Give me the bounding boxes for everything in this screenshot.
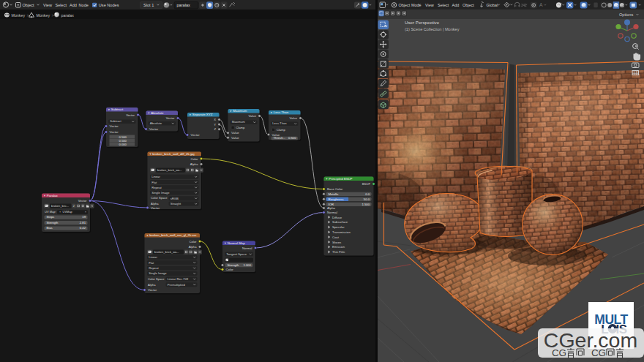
svg-text:0.0: 0.0 bbox=[365, 192, 370, 196]
svg-text:Alpha: Alpha bbox=[148, 283, 156, 287]
svg-text:Flat: Flat bbox=[149, 261, 154, 265]
svg-text:Vector: Vector bbox=[166, 116, 175, 120]
svg-text:UVMap: UVMap bbox=[63, 210, 73, 214]
svg-text:Transmission: Transmission bbox=[332, 230, 351, 234]
svg-text:Linear: Linear bbox=[149, 255, 157, 259]
svg-text:Node: Node bbox=[79, 3, 89, 7]
svg-text:Vector: Vector bbox=[191, 133, 201, 137]
svg-text:Specular: Specular bbox=[332, 225, 345, 229]
svg-text:Separate XYZ: Separate XYZ bbox=[192, 113, 213, 116]
svg-text:Single Image: Single Image bbox=[149, 271, 167, 275]
svg-text:Add: Add bbox=[452, 3, 460, 7]
svg-text:Thin Film: Thin Film bbox=[332, 250, 345, 254]
svg-text:Color Space: Color Space bbox=[151, 196, 168, 200]
svg-text:Select: Select bbox=[56, 3, 67, 7]
svg-text:Maximum: Maximum bbox=[232, 120, 246, 124]
svg-text:Metallic: Metallic bbox=[329, 192, 339, 196]
svg-text:Steps: Steps bbox=[47, 215, 55, 219]
svg-text:Clamp: Clamp bbox=[277, 128, 286, 132]
svg-text:50.0: 50.0 bbox=[364, 197, 370, 201]
svg-text:Emission: Emission bbox=[332, 245, 345, 249]
svg-text:Bias: Bias bbox=[47, 226, 53, 230]
svg-text:Monkey: Monkey bbox=[12, 13, 26, 18]
svg-text:CG: CG bbox=[591, 347, 606, 358]
svg-text:UV Map:: UV Map: bbox=[45, 210, 56, 214]
svg-text:Object: Object bbox=[463, 3, 474, 7]
svg-text:Roughness: Roughness bbox=[329, 197, 344, 201]
svg-text:Subtract: Subtract bbox=[110, 119, 121, 123]
svg-text:BSDF: BSDF bbox=[362, 182, 371, 186]
svg-text:Value: Value bbox=[231, 136, 239, 140]
svg-text:Maximum: Maximum bbox=[233, 109, 247, 113]
svg-text:1.500: 1.500 bbox=[362, 203, 370, 206]
svg-text:Principled BSDF: Principled BSDF bbox=[329, 177, 353, 181]
svg-text:Monkey: Monkey bbox=[37, 13, 50, 18]
svg-text:>: > bbox=[52, 13, 54, 18]
svg-text:Sheen: Sheen bbox=[332, 241, 342, 244]
svg-text:Vector: Vector bbox=[149, 127, 159, 131]
svg-text:Options: Options bbox=[619, 12, 633, 17]
svg-text:View: View bbox=[425, 3, 434, 7]
svg-text:IOR: IOR bbox=[329, 203, 334, 206]
svg-text:Color: Color bbox=[190, 157, 198, 161]
svg-text:Color: Color bbox=[226, 268, 234, 271]
svg-text:Z: Z bbox=[214, 127, 216, 131]
svg-text:Global: Global bbox=[487, 3, 498, 7]
svg-text:Absolute: Absolute bbox=[150, 121, 162, 125]
svg-text:Single Image: Single Image bbox=[151, 191, 170, 195]
svg-text:broken_bric...: broken_bric... bbox=[51, 204, 69, 208]
svg-text:Color Space: Color Space bbox=[148, 277, 165, 281]
svg-text:Flat: Flat bbox=[151, 181, 157, 184]
svg-text:Alpha: Alpha bbox=[151, 202, 159, 205]
svg-text:2.81: 2.81 bbox=[80, 221, 86, 225]
svg-text:Vector: Vector bbox=[78, 199, 87, 203]
svg-text:Vector: Vector bbox=[110, 124, 119, 128]
svg-text:Vector: Vector bbox=[148, 288, 157, 292]
svg-text:Linear: Linear bbox=[151, 175, 160, 178]
svg-text:Select: Select bbox=[438, 3, 449, 7]
svg-text:CG: CG bbox=[552, 347, 566, 358]
svg-text:0.500: 0.500 bbox=[288, 136, 296, 140]
svg-text:Repeat: Repeat bbox=[151, 186, 162, 189]
svg-text:Strength: Strength bbox=[228, 263, 240, 267]
svg-text:Alpha: Alpha bbox=[327, 206, 336, 210]
svg-text:Absolute: Absolute bbox=[151, 111, 164, 115]
svg-text:Less Than: Less Than bbox=[274, 110, 289, 114]
svg-text:Subtract: Subtract bbox=[111, 108, 124, 111]
svg-text:broken_brick_wall_diff_2k.jpg: broken_brick_wall_diff_2k.jpg bbox=[152, 152, 195, 156]
svg-text:Value: Value bbox=[249, 114, 257, 118]
svg-text:Clamp: Clamp bbox=[236, 126, 245, 129]
svg-text:Repeat: Repeat bbox=[149, 266, 159, 270]
svg-text:Alpha: Alpha bbox=[189, 245, 197, 249]
svg-text:2: 2 bbox=[73, 205, 75, 208]
svg-text:Less Than: Less Than bbox=[272, 121, 287, 125]
svg-text:Value: Value bbox=[290, 116, 298, 120]
svg-text:Object: Object bbox=[23, 3, 35, 7]
svg-text:Thresh...: Thresh... bbox=[274, 136, 286, 140]
svg-text:19: 19 bbox=[82, 215, 86, 219]
svg-text:X: X bbox=[214, 118, 216, 121]
svg-text:Vector: Vector bbox=[126, 113, 135, 117]
svg-text:Value: Value bbox=[231, 131, 239, 135]
svg-text:Color: Color bbox=[189, 240, 197, 244]
svg-text:0.42: 0.42 bbox=[80, 226, 86, 230]
svg-text:Diffuse: Diffuse bbox=[332, 216, 342, 219]
svg-text:Slot 1: Slot 1 bbox=[143, 3, 154, 7]
svg-text:Vector: Vector bbox=[151, 206, 160, 210]
svg-text:Object Mode: Object Mode bbox=[399, 3, 422, 7]
svg-text:User Perspective: User Perspective bbox=[405, 20, 440, 25]
svg-text:broken_brick_wa...: broken_brick_wa... bbox=[157, 168, 182, 172]
svg-text:Vector: Vector bbox=[110, 130, 119, 134]
svg-text:Normal: Normal bbox=[327, 211, 337, 214]
svg-text:0.000: 0.000 bbox=[119, 143, 127, 146]
svg-text:View: View bbox=[43, 3, 53, 7]
svg-text:Premultiplied: Premultiplied bbox=[168, 283, 186, 287]
svg-text:Add: Add bbox=[70, 3, 77, 7]
svg-text:Normal Map: Normal Map bbox=[228, 241, 245, 245]
svg-text:Tangent Space: Tangent Space bbox=[226, 252, 247, 256]
svg-text:Normal: Normal bbox=[242, 246, 252, 250]
svg-text:Paralax: Paralax bbox=[47, 194, 59, 197]
svg-text:A: A bbox=[539, 2, 543, 7]
svg-text:Y: Y bbox=[214, 123, 216, 127]
svg-text:paralax: paralax bbox=[61, 13, 75, 18]
